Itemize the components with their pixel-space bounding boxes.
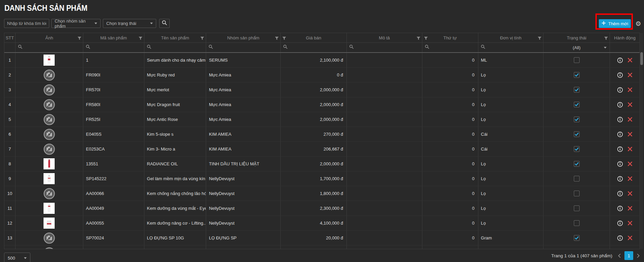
cell-code: E0405S	[83, 127, 144, 141]
header-cell-stt[interactable]: STT	[4, 33, 16, 42]
cell-stt: 5	[4, 112, 16, 127]
info-icon[interactable]	[617, 146, 623, 152]
filter-funnel-icon[interactable]	[538, 36, 541, 41]
filter-funnel-icon[interactable]	[200, 36, 204, 41]
header-cell-description[interactable]: Mô tả	[347, 33, 422, 42]
page-size-select[interactable]: 500	[4, 253, 30, 262]
cell-stt: 7	[4, 142, 16, 156]
status-checkbox[interactable]	[574, 72, 580, 78]
delete-icon[interactable]	[627, 146, 633, 152]
delete-icon[interactable]	[627, 87, 633, 92]
delete-icon[interactable]	[627, 58, 633, 63]
info-icon[interactable]	[617, 191, 623, 197]
filter-cell-order[interactable]	[422, 43, 478, 52]
filter-funnel-icon[interactable]	[417, 36, 420, 41]
header-cell-status[interactable]: Trạng thái	[543, 33, 610, 42]
info-icon[interactable]	[617, 87, 623, 93]
status-filter-dropdown[interactable]: (All)	[543, 43, 610, 52]
status-checkbox[interactable]	[574, 102, 580, 107]
status-filter-select[interactable]: Chọn trạng thái	[103, 19, 156, 28]
delete-icon[interactable]	[627, 206, 633, 211]
filter-funnel-icon[interactable]	[78, 36, 81, 41]
no-image-icon	[44, 99, 55, 110]
filter-funnel-icon[interactable]	[282, 36, 286, 41]
header-cell-unit[interactable]: Đơn vị tính	[478, 33, 544, 42]
delete-icon[interactable]	[627, 102, 633, 107]
info-icon[interactable]	[617, 57, 623, 63]
gear-icon[interactable]: ⚙	[634, 19, 642, 28]
header-cell-name[interactable]: Tên sản phẩm	[144, 33, 206, 42]
search-button[interactable]	[159, 19, 170, 28]
delete-icon[interactable]	[627, 191, 633, 196]
scrollbar-thumb[interactable]	[640, 52, 643, 65]
info-icon[interactable]	[617, 176, 623, 182]
chevron-left-icon[interactable]	[618, 253, 621, 258]
delete-icon[interactable]	[627, 72, 633, 77]
cell-group	[206, 245, 281, 249]
status-checkbox[interactable]	[574, 117, 580, 122]
filter-cell-unit[interactable]	[478, 43, 544, 52]
filter-cell-code[interactable]	[83, 43, 144, 52]
cell-price: 2,000,000 đ	[281, 112, 347, 127]
header-cell-actions: Hành động	[610, 33, 640, 42]
filter-cell-group[interactable]	[206, 43, 281, 52]
cell-name: Kem dưỡng nâng cơ - Lifting...	[144, 216, 206, 230]
delete-icon[interactable]	[627, 221, 633, 226]
page-number-button[interactable]: 1	[624, 251, 633, 260]
search-input[interactable]	[4, 19, 49, 28]
cell-description	[347, 142, 422, 156]
group-filter-select[interactable]: Chọn nhóm sản phẩm	[51, 19, 101, 28]
add-new-button[interactable]: Thêm mới	[599, 19, 631, 28]
delete-icon[interactable]	[627, 161, 633, 166]
cell-unit: Cái	[478, 142, 544, 156]
filter-funnel-icon[interactable]	[604, 36, 608, 41]
info-icon[interactable]	[617, 72, 623, 78]
header-cell-group[interactable]: Nhóm sản phẩm	[206, 33, 281, 42]
info-icon[interactable]	[617, 161, 623, 167]
filter-cell-name[interactable]	[144, 43, 206, 52]
info-icon[interactable]	[617, 117, 623, 123]
info-icon[interactable]	[617, 205, 623, 211]
status-checkbox[interactable]	[574, 235, 580, 241]
table-row: 5	[4, 112, 640, 127]
info-icon[interactable]	[617, 131, 623, 137]
delete-icon[interactable]	[627, 176, 633, 181]
header-cell-image[interactable]: Ảnh	[16, 33, 83, 42]
filter-funnel-icon[interactable]	[139, 36, 142, 41]
header-cell-code[interactable]: Mã sản phẩm	[83, 33, 144, 42]
status-checkbox[interactable]	[574, 220, 580, 226]
header-cell-price[interactable]: Giá bán	[281, 33, 347, 42]
info-icon[interactable]	[617, 220, 623, 226]
filter-cell-image[interactable]	[16, 43, 83, 52]
no-image-icon	[44, 114, 55, 125]
status-checkbox[interactable]	[574, 205, 580, 211]
chevron-right-icon[interactable]	[637, 253, 640, 258]
info-icon[interactable]	[617, 235, 623, 241]
status-checkbox[interactable]	[574, 87, 580, 93]
status-checkbox[interactable]	[574, 191, 580, 196]
status-checkbox[interactable]	[574, 57, 580, 63]
header-cell-order[interactable]: Thứ tự	[422, 33, 478, 42]
cell-stt: 2	[4, 68, 16, 82]
cell-actions	[610, 53, 640, 67]
cell-price: 0 đ	[281, 68, 347, 82]
cell-price: 2,000,000 đ	[281, 157, 347, 171]
status-checkbox[interactable]	[574, 131, 580, 137]
info-icon[interactable]	[617, 102, 623, 108]
delete-icon[interactable]	[627, 117, 633, 122]
status-checkbox[interactable]	[574, 161, 580, 167]
status-checkbox[interactable]	[574, 176, 580, 182]
filter-cell-price[interactable]	[281, 43, 347, 52]
status-checkbox[interactable]	[574, 146, 580, 152]
chevron-down-icon	[94, 23, 97, 24]
delete-icon[interactable]	[627, 235, 633, 240]
vertical-scrollbar[interactable]	[640, 33, 643, 249]
delete-icon[interactable]	[627, 132, 633, 137]
cell-stt: 13	[4, 231, 16, 245]
filter-funnel-icon[interactable]	[424, 36, 428, 41]
cell-code: FR570I	[83, 83, 144, 97]
filter-cell-description[interactable]	[347, 43, 422, 52]
cell-image	[16, 142, 83, 156]
cell-name: RADIANCE OIL	[144, 157, 206, 171]
filter-funnel-icon[interactable]	[275, 36, 279, 41]
